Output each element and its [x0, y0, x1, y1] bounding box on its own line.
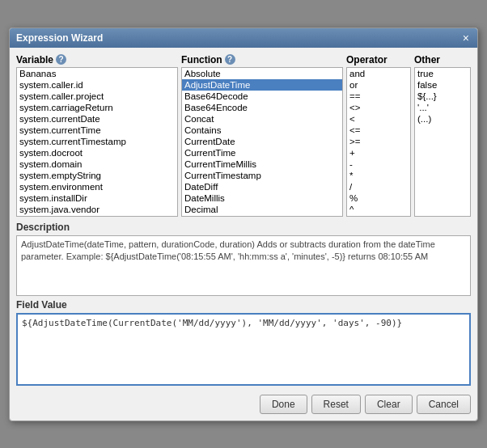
list-item[interactable]: < [347, 113, 410, 125]
buttons-row: Done Reset Clear Cancel [16, 395, 471, 414]
list-item[interactable]: / [347, 181, 410, 192]
variable-list[interactable]: Bananassystem.caller.idsystem.caller.pro… [16, 67, 178, 217]
dialog-titlebar: Expression Wizard × [10, 28, 477, 48]
list-item[interactable]: '...' [415, 102, 470, 113]
close-button[interactable]: × [461, 32, 471, 44]
list-item[interactable]: CurrentTimestamp [182, 170, 342, 181]
dialog-body: Variable ? Bananassystem.caller.idsystem… [10, 48, 477, 421]
expression-wizard-dialog: Expression Wizard × Variable ? Bananassy… [9, 27, 478, 421]
list-item[interactable]: Base64Decode [182, 91, 342, 102]
list-item[interactable]: DirectoryExists [182, 215, 342, 217]
list-item[interactable]: + [347, 147, 410, 158]
dialog-title: Expression Wizard [16, 32, 103, 44]
list-item[interactable]: Decimal [182, 204, 342, 215]
list-item[interactable]: * [347, 170, 410, 181]
list-item[interactable]: >= [347, 136, 410, 147]
function-header: Function ? [181, 54, 343, 66]
list-item[interactable]: system.caller.id [17, 79, 177, 91]
function-list[interactable]: AbsoluteAdjustDateTimeBase64DecodeBase64… [181, 67, 343, 217]
list-item[interactable]: == [347, 91, 410, 102]
list-item[interactable]: CurrentTimeMillis [182, 158, 342, 170]
cancel-button[interactable]: Cancel [417, 395, 471, 414]
list-item[interactable]: system.java.vendor [17, 204, 177, 215]
operator-list[interactable]: andor==<><<=>=+-*/%^ [346, 67, 411, 217]
description-label: Description [16, 222, 471, 233]
list-item[interactable]: Base64Encode [182, 102, 342, 113]
field-value-label: Field Value [16, 299, 471, 311]
list-item[interactable]: (...) [415, 113, 470, 125]
list-item[interactable]: <= [347, 125, 410, 136]
list-item[interactable]: system.caller.project [17, 91, 177, 102]
list-item[interactable]: system.domain [17, 158, 177, 170]
list-item[interactable]: AdjustDateTime [182, 79, 342, 91]
variable-header-label: Variable [16, 54, 53, 66]
list-item[interactable]: false [415, 79, 470, 91]
function-help-icon[interactable]: ? [225, 54, 235, 65]
list-item[interactable]: % [347, 192, 410, 204]
variable-help-icon[interactable]: ? [56, 54, 66, 65]
done-button[interactable]: Done [260, 395, 307, 414]
list-item[interactable]: <> [347, 102, 410, 113]
list-item[interactable]: Concat [182, 113, 342, 125]
list-item[interactable]: system.installDir [17, 192, 177, 204]
list-item[interactable]: system.docroot [17, 147, 177, 158]
list-item[interactable]: system.java.version [17, 215, 177, 217]
list-item[interactable]: CurrentTime [182, 147, 342, 158]
list-item[interactable]: CurrentDate [182, 136, 342, 147]
other-panel: Other truefalse${...}'...'(...) [414, 54, 471, 217]
field-value-input[interactable] [16, 313, 471, 386]
columns-row: Variable ? Bananassystem.caller.idsystem… [16, 54, 471, 217]
operator-header: Operator [346, 54, 411, 66]
reset-button[interactable]: Reset [311, 395, 361, 414]
list-item[interactable]: ${...} [415, 91, 470, 102]
list-item[interactable]: system.currentDate [17, 113, 177, 125]
list-item[interactable]: system.currentTime [17, 125, 177, 136]
list-item[interactable]: ^ [347, 204, 410, 215]
list-item[interactable]: - [347, 158, 410, 170]
variable-panel: Variable ? Bananassystem.caller.idsystem… [16, 54, 178, 217]
list-item[interactable]: system.currentTimestamp [17, 136, 177, 147]
variable-header: Variable ? [16, 54, 178, 66]
list-item[interactable]: Bananas [17, 68, 177, 79]
list-item[interactable]: or [347, 79, 410, 91]
function-panel: Function ? AbsoluteAdjustDateTimeBase64D… [181, 54, 343, 217]
operator-header-label: Operator [346, 54, 387, 66]
list-item[interactable]: Contains [182, 125, 342, 136]
list-item[interactable]: system.environment [17, 181, 177, 192]
clear-button[interactable]: Clear [365, 395, 413, 414]
list-item[interactable]: true [415, 68, 470, 79]
operator-panel: Operator andor==<><<=>=+-*/%^ [346, 54, 411, 217]
other-header: Other [414, 54, 471, 66]
description-box: AdjustDateTime(dateTime, pattern, durati… [16, 235, 471, 296]
list-item[interactable]: and [347, 68, 410, 79]
function-header-label: Function [181, 54, 222, 66]
other-list[interactable]: truefalse${...}'...'(...) [414, 67, 471, 217]
list-item[interactable]: DateMillis [182, 192, 342, 204]
list-item[interactable]: Absolute [182, 68, 342, 79]
list-item[interactable]: system.emptyString [17, 170, 177, 181]
list-item[interactable]: system.carriageReturn [17, 102, 177, 113]
other-header-label: Other [414, 54, 440, 66]
list-item[interactable]: DateDiff [182, 181, 342, 192]
